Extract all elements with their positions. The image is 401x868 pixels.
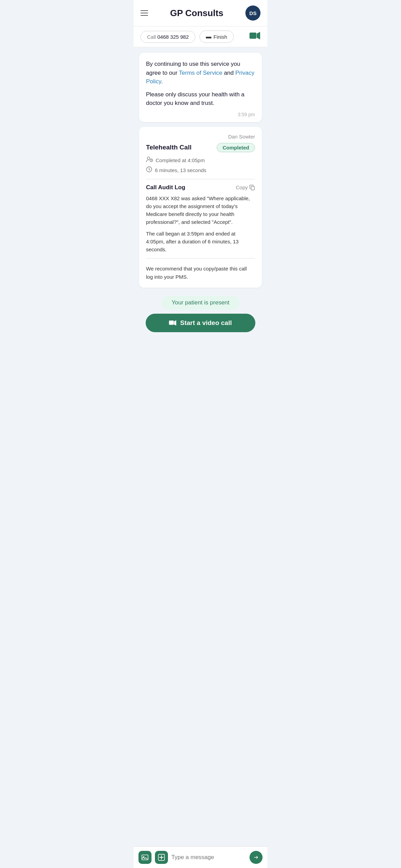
finish-icon: ▬ [206,34,211,40]
terms-timestamp: 3:59 pm [146,112,255,117]
person-clock-icon [146,156,153,164]
audit-title: Call Audit Log [146,184,185,191]
phone-number: 0468 325 982 [157,34,189,40]
terms-link[interactable]: Terms of Service [179,70,222,76]
terms-card: By continuing to use this service you ag… [139,53,262,122]
video-camera-icon[interactable] [250,32,260,41]
video-call-label: Start a video call [180,319,232,327]
call-label: Call [147,34,156,40]
status-badge: Completed [217,143,255,152]
terms-text-part2: and [222,70,235,76]
finish-label: Finish [214,34,227,40]
patient-present-badge: Your patient is present [161,296,240,310]
terms-text-part3: . [161,78,163,85]
telehealth-meta: Completed at 4:05pm 6 minutes, 13 second… [146,156,255,174]
svg-rect-5 [251,186,255,190]
chat-area: By continuing to use this service you ag… [134,47,267,372]
action-area: Your patient is present Start a video ca… [139,292,262,338]
telehealth-card: Dan Sowter Telehealth Call Completed Com… [139,127,262,288]
card-username: Dan Sowter [146,134,255,140]
terms-text: By continuing to use this service you ag… [146,60,255,86]
audit-text-1: 0468 XXX X82 was asked "Where applicable… [146,194,255,226]
audit-header: Call Audit Log Copy [146,184,255,191]
audit-text-2: The call began at 3:59pm and ended at 4:… [146,230,255,254]
svg-rect-6 [169,321,174,325]
copy-label: Copy [236,184,248,190]
toolbar: Call 0468 325 982 ▬ Finish [134,26,267,47]
page-title: GP Consults [170,8,223,19]
health-notice: Please only discuss your health with a d… [146,90,255,108]
avatar[interactable]: DS [245,5,260,21]
clock-icon [146,166,152,174]
finish-button[interactable]: ▬ Finish [199,31,234,43]
svg-marker-7 [174,320,176,326]
svg-rect-0 [250,33,256,39]
video-call-icon [169,320,177,326]
duration-row: 6 minutes, 13 seconds [146,166,255,174]
call-button[interactable]: Call 0468 325 982 [141,31,195,43]
completed-at-row: Completed at 4:05pm [146,156,255,164]
svg-marker-1 [257,32,260,39]
svg-point-2 [147,157,150,159]
divider-2 [146,258,255,258]
recommend-text: We recommend that you copy/paste this ca… [146,263,255,281]
telehealth-header: Telehealth Call Completed [146,143,255,152]
divider-1 [146,179,255,179]
duration-text: 6 minutes, 13 seconds [155,167,206,173]
telehealth-title: Telehealth Call [146,144,192,151]
bottom-spacer [139,342,262,366]
header: GP Consults DS [134,0,267,26]
completed-at-text: Completed at 4:05pm [156,157,205,163]
copy-icon [250,185,255,190]
start-video-call-button[interactable]: Start a video call [146,314,255,332]
menu-icon[interactable] [141,10,148,16]
copy-button[interactable]: Copy [236,184,255,190]
